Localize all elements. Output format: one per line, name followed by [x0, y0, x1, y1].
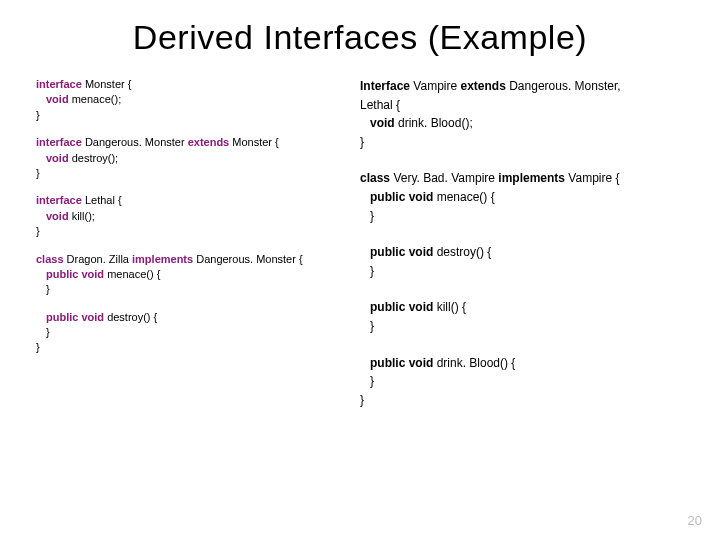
vbv-kill: public void kill() { } — [360, 298, 684, 335]
text: Lethal { — [85, 194, 122, 206]
text: destroy() { — [107, 311, 157, 323]
brace-close: } — [36, 224, 360, 239]
text: kill() { — [437, 300, 466, 314]
brace-close: } — [36, 340, 360, 355]
text: Monster { — [85, 78, 131, 90]
kw-interface: interface — [36, 78, 85, 90]
text: menace(); — [72, 93, 122, 105]
kw-extends: extends — [188, 136, 233, 148]
kw-implements: implements — [498, 171, 568, 185]
text: drink. Blood(); — [398, 116, 473, 130]
kw-interface: interface — [36, 136, 85, 148]
brace-close: } — [360, 317, 684, 336]
brace-close: } — [360, 207, 684, 226]
brace-close: } — [360, 391, 684, 410]
text: drink. Blood() { — [437, 356, 516, 370]
code-vampire: Interface Vampire extends Dangerous. Mon… — [360, 77, 684, 151]
brace-close: } — [360, 372, 684, 391]
text: Dangerous. Monster, — [509, 79, 620, 93]
left-column: interface Monster { void menace(); } int… — [36, 77, 360, 421]
kw-public-void: public void — [370, 245, 437, 259]
kw-public-void: public void — [46, 268, 107, 280]
brace-close: } — [360, 262, 684, 281]
text: Vampire { — [568, 171, 619, 185]
kw-public-void: public void — [370, 356, 437, 370]
vbv-destroy: public void destroy() { } — [360, 243, 684, 280]
kw-void: void — [46, 152, 72, 164]
kw-interface: interface — [36, 194, 85, 206]
kw-void: void — [370, 116, 398, 130]
right-column: Interface Vampire extends Dangerous. Mon… — [360, 77, 684, 421]
text: Lethal { — [360, 96, 684, 115]
brace-close: } — [36, 108, 360, 123]
text: Monster { — [232, 136, 278, 148]
kw-public-void: public void — [46, 311, 107, 323]
kw-implements: implements — [132, 253, 196, 265]
brace-close: } — [360, 133, 684, 152]
code-lethal: interface Lethal { void kill(); } — [36, 193, 360, 239]
kw-void: void — [46, 93, 72, 105]
code-dangerous-monster: interface Dangerous. Monster extends Mon… — [36, 135, 360, 181]
code-monster: interface Monster { void menace(); } — [36, 77, 360, 123]
text: Dragon. Zilla — [67, 253, 132, 265]
brace-close: } — [36, 166, 360, 181]
brace-close: } — [36, 282, 360, 297]
kw-class: class — [360, 171, 393, 185]
text: Vampire — [413, 79, 460, 93]
columns: interface Monster { void menace(); } int… — [0, 57, 720, 421]
kw-interface: Interface — [360, 79, 413, 93]
kw-class: class — [36, 253, 67, 265]
kw-public-void: public void — [370, 300, 437, 314]
page-number: 20 — [688, 513, 702, 528]
text: Dangerous. Monster { — [196, 253, 302, 265]
code-dragonzilla: class Dragon. Zilla implements Dangerous… — [36, 252, 360, 298]
text: kill(); — [72, 210, 95, 222]
text: Very. Bad. Vampire — [393, 171, 498, 185]
kw-void: void — [46, 210, 72, 222]
vbv-drinkblood: public void drink. Blood() { } } — [360, 354, 684, 410]
text: Dangerous. Monster — [85, 136, 188, 148]
kw-extends: extends — [461, 79, 510, 93]
kw-public-void: public void — [370, 190, 437, 204]
code-dragonzilla-2: public void destroy() { } } — [36, 310, 360, 356]
text: menace() { — [437, 190, 495, 204]
text: destroy(); — [72, 152, 118, 164]
code-verybadvampire: class Very. Bad. Vampire implements Vamp… — [360, 169, 684, 225]
slide-title: Derived Interfaces (Example) — [0, 0, 720, 57]
text: destroy() { — [437, 245, 492, 259]
text: menace() { — [107, 268, 160, 280]
brace-close: } — [36, 325, 360, 340]
